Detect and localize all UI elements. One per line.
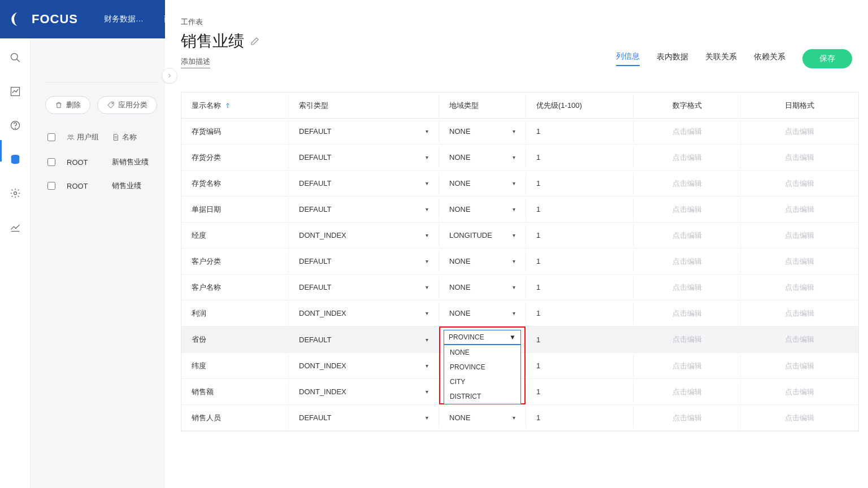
help-icon[interactable]	[10, 120, 21, 131]
date-format-cell[interactable]: 点击编辑	[741, 406, 858, 430]
num-format-cell[interactable]: 点击编辑	[633, 354, 741, 378]
index-type-select[interactable]: DEFAULT▾	[289, 407, 439, 429]
apply-category-button[interactable]: 应用分类	[97, 96, 157, 114]
date-format-cell[interactable]: 点击编辑	[741, 354, 858, 378]
priority-cell[interactable]: 1	[526, 355, 633, 377]
left-panel: 删除 应用分类 用户组 名称 ROOT新销售业绩ROOT销售业绩	[31, 38, 165, 488]
table-row: 存货编码DEFAULT▾NONE▾1点击编辑点击编辑	[181, 119, 858, 145]
doc-icon	[112, 133, 120, 141]
priority-cell[interactable]: 1	[526, 407, 633, 429]
num-format-cell[interactable]: 点击编辑	[633, 120, 741, 143]
row-checkbox[interactable]	[47, 182, 55, 190]
select-all-checkbox[interactable]	[47, 133, 55, 141]
col-header-date-format: 日期格式	[741, 94, 858, 117]
num-format-cell[interactable]: 点击编辑	[633, 380, 741, 404]
num-format-cell[interactable]: 点击编辑	[633, 198, 741, 221]
tab-dependencies[interactable]: 依赖关系	[754, 52, 785, 66]
collapse-handle[interactable]	[162, 68, 177, 84]
date-format-cell[interactable]: 点击编辑	[741, 198, 858, 221]
trend-icon[interactable]	[10, 221, 21, 233]
index-type-select[interactable]: DONT_INDEX▾	[289, 224, 439, 246]
row-name: 销售业绩	[112, 181, 155, 191]
priority-cell[interactable]: 1	[526, 276, 633, 298]
num-format-cell[interactable]: 点击编辑	[633, 276, 741, 299]
edit-icon[interactable]	[250, 36, 260, 46]
svg-point-9	[68, 135, 71, 137]
geo-type-select[interactable]: NONE▾	[439, 172, 526, 194]
geo-option[interactable]: DISTRICT	[444, 389, 520, 404]
num-format-cell[interactable]: 点击编辑	[633, 302, 741, 325]
date-format-cell[interactable]: 点击编辑	[741, 276, 858, 299]
index-type-select[interactable]: DONT_INDEX▾	[289, 302, 439, 324]
index-type-select[interactable]: DONT_INDEX▾	[289, 381, 439, 403]
geo-type-select[interactable]: NONE▾	[439, 276, 526, 298]
table-row: 省份DEFAULT▾PROVINCE▼NONEPROVINCECITYDISTR…	[181, 326, 858, 353]
geo-type-select[interactable]: NONE▾	[439, 302, 526, 324]
num-format-cell[interactable]: 点击编辑	[633, 406, 741, 430]
geo-type-select[interactable]: LONGITUDE▾	[439, 224, 526, 246]
geo-type-select[interactable]: NONE▾	[439, 120, 526, 142]
date-format-cell[interactable]: 点击编辑	[741, 302, 858, 325]
date-format-cell[interactable]: 点击编辑	[741, 172, 858, 195]
index-type-select[interactable]: DEFAULT▾	[289, 329, 439, 351]
num-format-cell[interactable]: 点击编辑	[633, 172, 741, 195]
priority-cell[interactable]: 1	[526, 146, 633, 168]
index-type-select[interactable]: DEFAULT▾	[289, 276, 439, 298]
priority-cell[interactable]: 1	[526, 381, 633, 403]
tab-relations[interactable]: 关联关系	[705, 52, 737, 66]
geo-dropdown: NONEPROVINCECITYDISTRICT	[444, 345, 521, 404]
row-checkbox[interactable]	[47, 158, 55, 166]
delete-button[interactable]: 删除	[45, 96, 90, 114]
geo-type-select[interactable]: NONE▾	[439, 146, 526, 168]
tab-table-data[interactable]: 表内数据	[657, 52, 688, 66]
date-format-cell[interactable]: 点击编辑	[741, 224, 858, 247]
date-format-cell[interactable]: 点击编辑	[741, 380, 858, 404]
num-format-cell[interactable]: 点击编辑	[633, 328, 741, 351]
date-format-cell[interactable]: 点击编辑	[741, 250, 858, 273]
date-format-cell[interactable]: 点击编辑	[741, 146, 858, 169]
chart-icon[interactable]	[10, 86, 21, 97]
num-format-cell[interactable]: 点击编辑	[633, 224, 741, 247]
num-format-cell[interactable]: 点击编辑	[633, 146, 741, 169]
col-header-display-name-label: 显示名称	[192, 101, 221, 111]
index-type-select[interactable]: DEFAULT▾	[289, 120, 439, 142]
users-icon	[67, 133, 75, 141]
geo-type-select[interactable]: NONE▾	[439, 250, 526, 272]
priority-cell[interactable]: 1	[526, 198, 633, 220]
date-format-cell[interactable]: 点击编辑	[741, 328, 858, 351]
leftpanel-row[interactable]: ROOT新销售业绩	[45, 150, 157, 174]
geo-type-select[interactable]: NONE▾	[439, 198, 526, 220]
index-type-select[interactable]: DEFAULT▾	[289, 146, 439, 168]
apply-category-label: 应用分类	[118, 100, 147, 110]
geo-option[interactable]: PROVINCE	[444, 360, 520, 374]
priority-cell[interactable]: 1	[526, 329, 633, 351]
priority-cell[interactable]: 1	[526, 302, 633, 324]
priority-cell[interactable]: 1	[526, 250, 633, 272]
geo-type-select[interactable]: NONE▾	[439, 407, 526, 429]
gear-icon[interactable]	[10, 188, 21, 199]
save-button[interactable]: 保存	[802, 49, 852, 68]
geo-option[interactable]: NONE	[444, 345, 520, 360]
priority-cell[interactable]: 1	[526, 120, 633, 142]
tab-column-info[interactable]: 列信息	[616, 51, 640, 66]
display-name-cell: 销售额	[181, 380, 289, 404]
table-row: 存货名称DEFAULT▾NONE▾1点击编辑点击编辑	[181, 171, 858, 197]
date-format-cell[interactable]: 点击编辑	[741, 120, 858, 143]
data-icon[interactable]	[10, 154, 21, 165]
geo-type-select[interactable]: PROVINCE▼NONEPROVINCECITYDISTRICT	[439, 326, 526, 352]
col-header-display-name[interactable]: 显示名称	[181, 94, 289, 117]
index-type-select[interactable]: DEFAULT▾	[289, 198, 439, 220]
topnav-item-finance[interactable]: 财务数据…	[104, 14, 144, 24]
num-format-cell[interactable]: 点击编辑	[633, 250, 741, 273]
geo-option[interactable]: CITY	[444, 374, 520, 389]
icon-rail	[0, 38, 31, 488]
search-icon[interactable]	[10, 52, 21, 63]
priority-cell[interactable]: 1	[526, 224, 633, 246]
priority-cell[interactable]: 1	[526, 172, 633, 194]
leftpanel-row[interactable]: ROOT销售业绩	[45, 174, 157, 198]
add-description-link[interactable]: 添加描述	[181, 56, 210, 68]
index-type-select[interactable]: DEFAULT▾	[289, 172, 439, 194]
index-type-select[interactable]: DONT_INDEX▾	[289, 355, 439, 377]
index-type-select[interactable]: DEFAULT▾	[289, 250, 439, 272]
svg-point-8	[112, 103, 113, 104]
